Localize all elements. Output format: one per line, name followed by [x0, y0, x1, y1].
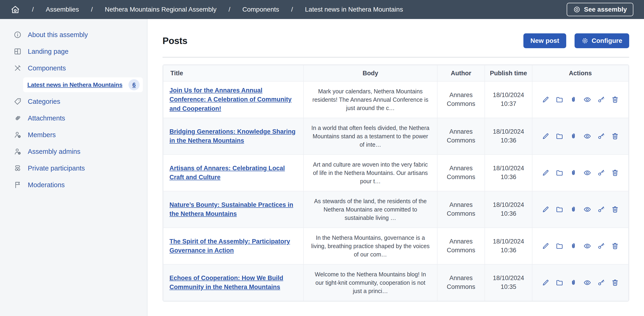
- permissions-button[interactable]: [597, 169, 605, 177]
- preview-button[interactable]: [583, 205, 591, 213]
- attachments-button[interactable]: [570, 132, 577, 140]
- folder-icon: [556, 132, 564, 140]
- sidebar-item-landing-page[interactable]: Landing page: [0, 43, 147, 60]
- delete-button[interactable]: [611, 96, 619, 104]
- pencil-icon: [542, 242, 550, 250]
- key-icon: [597, 132, 605, 140]
- preview-button[interactable]: [583, 279, 591, 286]
- breadcrumb-separator: /: [91, 6, 93, 13]
- trash-icon: [611, 169, 619, 177]
- publish-hour: 10:36: [485, 209, 532, 218]
- sidebar-item-label: Latest news in Nethera Mountains: [27, 81, 122, 89]
- flag-icon: [14, 181, 22, 189]
- delete-button[interactable]: [611, 205, 619, 213]
- sidebar-item-members[interactable]: Members: [0, 127, 147, 143]
- see-assembly-button[interactable]: See assembly: [567, 3, 633, 16]
- sidebar-item-about[interactable]: About this assembly: [0, 27, 147, 43]
- trash-icon: [611, 96, 619, 104]
- permissions-button[interactable]: [597, 205, 605, 213]
- column-header-body: Body: [304, 65, 437, 81]
- attachments-button[interactable]: [570, 169, 577, 177]
- sidebar-item-attachments[interactable]: Attachments: [0, 110, 147, 127]
- eye-icon: [583, 132, 591, 140]
- permissions-button[interactable]: [597, 279, 605, 286]
- posts-table: Title Body Author Publish time Actions J…: [162, 64, 629, 302]
- edit-button[interactable]: [542, 169, 550, 177]
- sidebar-item-private-participants[interactable]: Private participants: [0, 160, 147, 177]
- folder-button[interactable]: [556, 96, 564, 104]
- post-title-link[interactable]: The Spirit of the Assembly: Participator…: [170, 238, 290, 254]
- sidebar-item-label: Members: [28, 131, 56, 139]
- paperclip-icon: [12, 112, 24, 124]
- preview-button[interactable]: [583, 169, 591, 177]
- attachments-button[interactable]: [570, 279, 577, 286]
- post-body-preview: Mark your calendars, Nethera Mountains r…: [304, 81, 437, 118]
- sidebar-item-latest-news-selected[interactable]: Latest news in Nethera Mountains 6: [23, 77, 143, 92]
- folder-button[interactable]: [556, 242, 564, 250]
- post-title-link[interactable]: Echoes of Cooperation: How We Build Comm…: [170, 274, 283, 290]
- breadcrumb-components[interactable]: Components: [242, 6, 279, 13]
- breadcrumb-current-component[interactable]: Latest news in Nethera Mountains: [305, 6, 403, 13]
- attachments-button[interactable]: [570, 242, 577, 250]
- edit-button[interactable]: [542, 132, 550, 140]
- sidebar-item-categories[interactable]: Categories: [0, 93, 147, 110]
- edit-button[interactable]: [542, 279, 550, 286]
- sidebar-item-assembly-admins[interactable]: Assembly admins: [0, 143, 147, 160]
- configure-button[interactable]: Configure: [574, 33, 629, 48]
- folder-icon: [556, 279, 564, 286]
- publish-hour: 10:36: [485, 246, 532, 255]
- group-icon: [14, 164, 22, 172]
- home-link[interactable]: [11, 5, 20, 14]
- post-title-link[interactable]: Nature’s Bounty: Sustainable Practices i…: [170, 201, 293, 217]
- breadcrumb-separator: /: [32, 6, 34, 13]
- sidebar-item-moderations[interactable]: Moderations: [0, 177, 147, 193]
- posts-panel: Posts New post Configure Title Body: [148, 19, 644, 316]
- folder-button[interactable]: [556, 169, 564, 177]
- breadcrumb: / Assemblies / Nethera Mountains Regiona…: [11, 5, 403, 14]
- publish-hour: 10:36: [485, 136, 532, 145]
- permissions-button[interactable]: [597, 132, 605, 140]
- delete-button[interactable]: [611, 132, 619, 140]
- post-title-link[interactable]: Join Us for the Annares Annual Conferenc…: [170, 87, 292, 112]
- post-publish-time: 18/10/2024 10:37: [485, 81, 532, 118]
- post-publish-time: 18/10/2024 10:35: [485, 264, 532, 301]
- attachments-button[interactable]: [570, 205, 577, 213]
- delete-button[interactable]: [611, 169, 619, 177]
- preview-button[interactable]: [583, 132, 591, 140]
- key-icon: [597, 242, 605, 250]
- post-title-link[interactable]: Artisans of Annares: Celebrating Local C…: [170, 165, 285, 181]
- delete-button[interactable]: [611, 242, 619, 250]
- folder-button[interactable]: [556, 279, 564, 286]
- tag-icon: [14, 97, 22, 106]
- edit-button[interactable]: [542, 242, 550, 250]
- post-body-preview: Welcome to the Nethera Mountains blog! I…: [304, 264, 437, 301]
- publish-date: 18/10/2024: [485, 164, 532, 173]
- key-icon: [597, 279, 605, 286]
- folder-button[interactable]: [556, 132, 564, 140]
- delete-button[interactable]: [611, 279, 619, 286]
- post-title-link[interactable]: Bridging Generations: Knowledge Sharing …: [170, 128, 296, 144]
- paperclip-icon: [570, 132, 577, 140]
- pencil-icon: [542, 169, 550, 177]
- new-post-button[interactable]: New post: [524, 33, 566, 48]
- edit-button[interactable]: [542, 205, 550, 213]
- sidebar-item-label: Attachments: [28, 114, 65, 122]
- eye-icon: [583, 242, 591, 250]
- attachments-button[interactable]: [570, 96, 577, 104]
- permissions-button[interactable]: [597, 242, 605, 250]
- preview-button[interactable]: [583, 242, 591, 250]
- column-header-author: Author: [437, 65, 485, 81]
- trash-icon: [611, 279, 619, 286]
- paperclip-icon: [570, 96, 577, 104]
- sidebar-item-components[interactable]: Components: [0, 60, 147, 77]
- publish-hour: 10:37: [485, 100, 532, 108]
- publish-date: 18/10/2024: [485, 127, 532, 136]
- breadcrumb-assemblies[interactable]: Assemblies: [46, 6, 79, 13]
- folder-button[interactable]: [556, 205, 564, 213]
- preview-button[interactable]: [583, 96, 591, 104]
- sidebar-item-label: Assembly admins: [28, 148, 80, 155]
- eye-icon: [583, 279, 591, 286]
- breadcrumb-assembly-name[interactable]: Nethera Mountains Regional Assembly: [105, 6, 216, 13]
- permissions-button[interactable]: [597, 96, 605, 104]
- edit-button[interactable]: [542, 96, 550, 104]
